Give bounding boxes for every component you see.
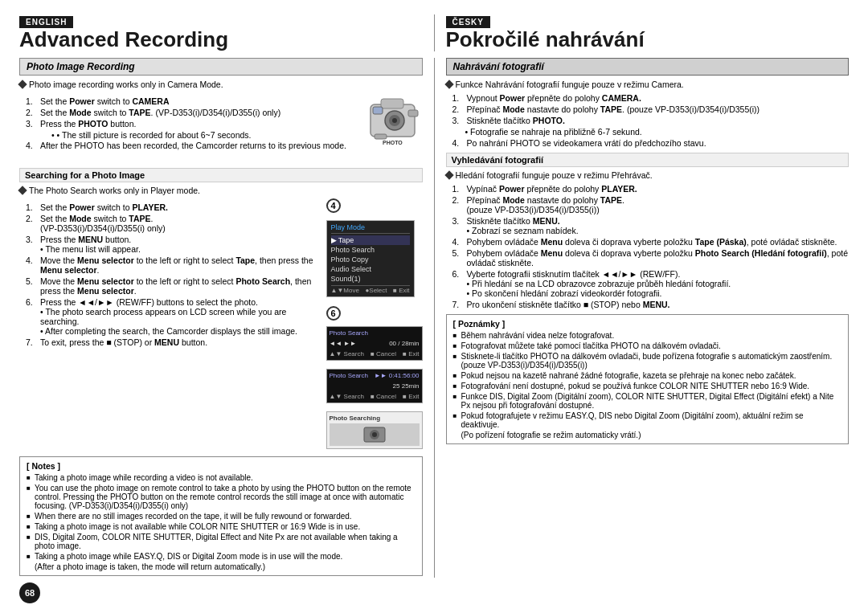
r-note-6: Funkce DIS, Digital Zoom (Digitální zoom… <box>453 392 842 410</box>
menu-item-sound: Sound(1) <box>331 274 410 284</box>
svg-rect-5 <box>408 110 418 116</box>
r-search-step-3: 3. Stiskněte tlačítko MENU.• Zobrazí se … <box>452 216 850 235</box>
menu-screens: 4 Play Mode ▶ Tape Photo Search Photo Co… <box>326 198 423 452</box>
header-right: ČESKY Pokročilé nahrávání <box>446 14 850 51</box>
circle-6: 6 <box>326 306 341 321</box>
photo-searching-icon <box>362 426 387 443</box>
photo-recording-intro: Photo image recording works only in Came… <box>19 80 423 89</box>
r-step-2: 2. Přepínač Mode nastavte do polohy TAPE… <box>452 104 850 114</box>
step-4: 4. After the PHOTO has been recorded, th… <box>26 141 352 150</box>
r-note-3: Stisknete-li tlačítko PHOTO na dálkovém … <box>453 352 842 370</box>
menu-item-tape: ▶ Tape <box>331 235 410 245</box>
circle-4: 4 <box>326 198 341 213</box>
r-search-step-6: 6. Vyberte fotografii stisknutím tlačíte… <box>452 269 850 298</box>
r-step-1: 1. Vypnout Power přepněte do polohy CAME… <box>452 93 850 103</box>
diamond-icon-r2 <box>444 170 453 179</box>
step-2: 2. Set the Mode switch to TAPE. (VP-D353… <box>26 108 352 117</box>
right-photo-intro: Funkce Nahrávání fotografií funguje pouz… <box>446 80 850 89</box>
r-search-step-4: 4. Pohybem ovládače Menu doleva či dopra… <box>452 237 850 247</box>
lang-badge-right: ČESKY <box>446 16 490 28</box>
photo-recording-steps: 1. Set the Power switch to CAMERA 2. Set… <box>26 96 352 150</box>
photo-search-screen-2: Photo Search ►► 0:41:56:00 25 25min ▲▼ S… <box>326 369 423 403</box>
sub-section-search-right-title: Vyhledávání fotografií <box>446 153 850 167</box>
photo-search-screen-1: Photo Search ◄◄ ►► 00 / 28min ▲▼ Search … <box>326 326 423 361</box>
header-left: ENGLISH Advanced Recording <box>19 14 423 51</box>
r-note-4: Pokud nejsou na kazetě nahrané žádné fot… <box>453 371 842 380</box>
menu-item-photo-copy: Photo Copy <box>331 255 410 264</box>
search-step-3: 3. Press the MENU button.• The menu list… <box>26 235 321 254</box>
camera-svg: PHOTO <box>366 92 423 157</box>
notes-box: [ Notes ] Taking a photo image while rec… <box>19 456 423 576</box>
note-6: Taking a photo image while EASY.Q, DIS o… <box>27 552 416 561</box>
r-note-5: Fotografování není dostupné, pokud se po… <box>453 382 842 390</box>
notes-title: [ Notes ] <box>27 461 416 471</box>
sub-section-search-title: Searching for a Photo Image <box>19 168 423 182</box>
right-column: Nahrávání fotografií Funkce Nahrávání fo… <box>435 58 850 578</box>
right-photo-steps: 1. Vypnout Power přepněte do polohy CAME… <box>452 93 850 148</box>
note-2: You can use the photo image on remote co… <box>27 484 416 510</box>
search-intro: The Photo Search works only in Player mo… <box>19 186 423 195</box>
search-step-1: 1. Set the Power switch to PLAYER. <box>26 202 321 212</box>
r-note-7: Pokud fotografujete v režimu EASY.Q, DIS… <box>453 411 842 429</box>
menu-item-audio-select: Audio Select <box>331 264 410 274</box>
section-photo-recording-right-title: Nahrávání fotografií <box>446 58 850 76</box>
camera-illustration: PHOTO <box>366 92 423 158</box>
diamond-icon-r1 <box>444 80 453 88</box>
svg-rect-6 <box>375 134 387 139</box>
search-steps: 1. Set the Power switch to PLAYER. 2. Se… <box>26 202 321 347</box>
svg-text:PHOTO: PHOTO <box>383 140 403 145</box>
r-sub-bullet: • Fotografie se nahraje na přibližně 6-7… <box>465 127 850 137</box>
left-column: Photo Image Recording Photo image record… <box>19 58 435 578</box>
poznamky-title: [ Poznámky ] <box>453 319 842 329</box>
poznamky-box: [ Poznámky ] Během nahrávání videa nelze… <box>446 314 850 444</box>
svg-point-4 <box>392 118 397 123</box>
note-5: DIS, Digital Zoom, COLOR NITE SHUTTER, D… <box>27 533 416 550</box>
diamond-icon-2 <box>18 186 27 194</box>
page-number: 68 <box>19 582 40 603</box>
right-search-steps: 1. Vypínač Power přepněte do polohy PLAY… <box>452 184 850 309</box>
r-step-4: 4. Po nahrání PHOTO se videokamera vrátí… <box>452 138 850 148</box>
r-search-step-5: 5. Pohybem ovládače Menu doleva či dopra… <box>452 248 850 268</box>
note-3: When there are no still images recorded … <box>27 512 416 521</box>
search-step-6: 6. Press the ◄◄/►► (REW/FF) buttons to s… <box>26 297 321 336</box>
content-columns: Photo Image Recording Photo image record… <box>19 58 849 578</box>
header-divider <box>434 14 435 51</box>
header: ENGLISH Advanced Recording ČESKY Pokroči… <box>19 14 849 51</box>
menu-screen-display: Play Mode ▶ Tape Photo Search Photo Copy… <box>326 220 415 297</box>
menu-screen-footer: ▲▼Move ●Select ■ Exit <box>331 285 410 294</box>
note-1: Taking a photo image while recording a v… <box>27 473 416 482</box>
page: ENGLISH Advanced Recording ČESKY Pokroči… <box>0 0 868 613</box>
r-note-2: Fotografovat můžete také pomocí tlačítka… <box>453 341 842 350</box>
lang-badge-left: ENGLISH <box>19 16 73 28</box>
title-left: Advanced Recording <box>19 28 423 51</box>
photo-searching-screen: Photo Searching <box>326 411 423 449</box>
search-step-4: 4. Move the Menu selector to the left or… <box>26 255 321 275</box>
menu-item-photo-search: Photo Search <box>331 245 410 255</box>
search-step-5: 5. Move the Menu selector to the left or… <box>26 276 321 296</box>
step-1: 1. Set the Power switch to CAMERA <box>26 96 352 106</box>
r-search-step-1: 1. Vypínač Power přepněte do polohy PLAY… <box>452 184 850 194</box>
note-7: (After a photo image is taken, the mode … <box>35 562 416 571</box>
r-note-8: (Po pořízení fotografie se režim automat… <box>461 431 842 439</box>
r-step-3: 3. Stiskněte tlačítko PHOTO. <box>452 116 850 125</box>
right-search-intro: Hledání fotografií funguje pouze v režim… <box>446 170 850 180</box>
section-photo-recording-title: Photo Image Recording <box>19 58 423 76</box>
svg-point-11 <box>372 432 377 437</box>
svg-rect-8 <box>373 107 383 114</box>
menu-title: Play Mode <box>331 223 410 234</box>
r-search-step-2: 2. Přepínač Mode nastavte do polohy TAPE… <box>452 195 850 215</box>
sub-bullet-1: • The still picture is recorded for abou… <box>39 130 352 140</box>
svg-rect-1 <box>381 99 403 108</box>
r-note-1: Během nahrávání videa nelze fotografovat… <box>453 331 842 340</box>
r-search-step-7: 7. Pro ukončení stiskněte tlačítko ■ (ST… <box>452 300 850 309</box>
search-step-2: 2. Set the Mode switch to TAPE.(VP-D353(… <box>26 214 321 233</box>
search-step-7: 7. To exit, press the ■ (STOP) or MENU b… <box>26 337 321 347</box>
step-3: 3. Press the PHOTO button. <box>26 119 352 129</box>
note-4: Taking a photo image is not available wh… <box>27 522 416 531</box>
title-right: Pokročilé nahrávání <box>446 28 645 51</box>
diamond-icon <box>18 80 27 88</box>
